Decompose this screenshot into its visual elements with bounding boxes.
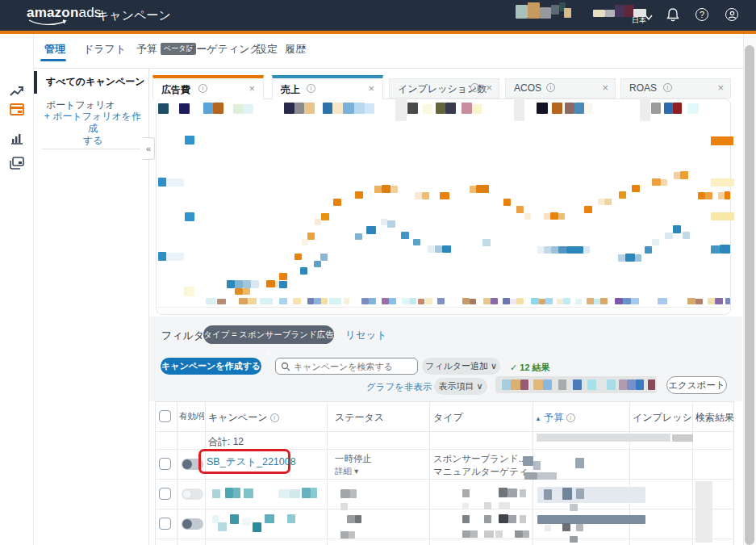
reports-bar-chart-icon[interactable] [10,132,24,145]
sidebar-collapse-button[interactable]: « [143,137,155,160]
tab-drafts[interactable]: ドラフト [83,42,126,57]
row1-status-detail[interactable]: 詳細 ▾ [335,466,358,477]
column-header-toggle[interactable]: 有効/停 [179,411,204,422]
date-range-selector[interactable] [495,376,657,393]
create-portfolio-link[interactable]: + ポートフォリオを作成 する [40,111,145,147]
row1-checkbox[interactable] [159,458,171,470]
metric-label-sales: 売上 [281,83,300,97]
tab-targeting[interactable]: ターゲティング [186,42,261,57]
campaign-info-icon[interactable]: i [270,413,279,422]
export-label: エクスポート [668,380,725,390]
impressions-close-icon[interactable]: × [486,82,492,94]
campaigns-card-icon[interactable] [10,103,24,115]
info-glyph: i [311,85,312,92]
account-icon[interactable] [725,8,738,21]
amazon-ads-logo[interactable]: amazonads [27,5,102,21]
column-header-impressions[interactable]: インプレッション [633,411,692,425]
performance-trend-icon[interactable] [10,86,24,98]
row-separator [155,431,734,432]
toggle-knob [182,489,192,499]
search-icon [281,362,290,371]
acos-close-icon[interactable]: × [602,82,608,94]
filter-chip-type-sponsored-brands[interactable]: タイプ = スポンサーブランド広告 × [203,325,334,344]
help-icon[interactable]: ? [695,8,708,21]
column-header-search-results[interactable]: 検索結果... [695,411,734,425]
close-glyph: × [717,82,724,94]
col-separator [327,401,328,545]
metric-tab-sales[interactable]: 売上 i × [272,75,383,99]
tab-budget[interactable]: 予算 [136,42,157,57]
campaign-search-input[interactable] [275,358,418,375]
metric-tab-ad-spend[interactable]: 広告費 i × [152,75,264,99]
sales-close-icon[interactable]: × [368,82,374,94]
section-tab-bar: 管理 ドラフト 予算 ベータ版 ターゲティング 設定 履歴 [34,34,743,69]
row1-campaign-link[interactable]: SB_テスト_221008 [207,455,296,469]
person-glyph [727,10,737,20]
column-header-status[interactable]: ステータス [335,411,384,425]
info-glyph: i [274,414,275,421]
sidebar-item-all-campaigns[interactable]: すべてのキャンペーン [46,75,145,89]
row3-checkbox[interactable] [159,518,171,530]
metric-label-roas: ROAS [629,82,657,94]
tab-settings[interactable]: 設定 [257,42,278,57]
row1-type-line1: スポンサーブランド... [433,453,526,465]
select-all-checkbox[interactable] [159,410,171,422]
metric-tab-acos[interactable]: ACOS i × [505,78,616,99]
creatives-windows-icon[interactable] [10,157,24,170]
create-campaign-label: キャンペーンを作成する [161,361,261,371]
acos-info-icon[interactable]: i [546,83,555,92]
col-separator [629,401,630,545]
active-item-indicator [34,71,37,94]
notifications-bell-icon[interactable] [666,7,679,23]
info-glyph: i [203,85,204,92]
ad-spend-close-icon[interactable]: × [249,82,255,94]
add-filter-label: フィルター追加 ∨ [425,361,497,371]
row3-enable-toggle[interactable] [182,518,203,530]
toggle-knob [182,519,192,529]
add-filter-dropdown[interactable]: フィルター追加 ∨ [422,358,500,375]
amazon-ads-campaign-manager: amazonads キャンペーン 日本 ? 管理 ドラフト 予算 ベータ版 ター… [0,0,756,545]
budget-info-icon[interactable]: i [566,413,575,422]
column-header-type[interactable]: タイプ [433,411,463,425]
export-button[interactable]: エクスポート [666,376,727,394]
results-count: ✓ 12 結果 [510,362,550,374]
impressions-info-icon[interactable]: i [470,83,479,92]
page-title: キャンペーン [97,8,171,23]
hide-graph-link[interactable]: グラフを非表示 [366,381,432,393]
column-header-campaign[interactable]: キャンペーン i [208,411,279,425]
create-portfolio-line1: + ポートフォリオを作成 [44,111,141,134]
filter-label: フィルタ [161,329,204,343]
active-tab-underline [40,59,66,61]
roas-info-icon[interactable]: i [663,83,672,92]
row1-type-line2: マニュアルターゲティ... [433,466,536,478]
columns-dropdown[interactable]: 表示項目 ∨ [434,378,487,395]
chart-x-axis-line [158,307,729,308]
help-question-glyph: ? [700,10,704,19]
tab-manage[interactable]: 管理 [44,42,65,57]
sidebar-divider [42,149,140,149]
metric-tab-roas[interactable]: ROAS i × [620,78,731,99]
col-separator [429,401,430,545]
tab-history[interactable]: 履歴 [285,42,306,57]
metric-tab-impressions[interactable]: インプレッション数 i × [389,78,499,99]
close-glyph: × [602,82,608,94]
close-glyph: × [368,82,374,94]
left-icon-rail [0,34,34,545]
create-campaign-button[interactable]: キャンペーンを作成する [161,358,261,375]
row-separator [155,539,734,539]
locale-chevron-down-icon[interactable] [645,15,653,21]
close-glyph: × [486,82,492,94]
scrollbar-thumb[interactable] [745,45,754,545]
row2-checkbox[interactable] [159,488,171,500]
row-separator [155,479,734,480]
logo-amazon-text: amazon [27,5,79,20]
top-navigation-bar: amazonads キャンペーン 日本 ? [0,0,756,31]
info-glyph: i [570,414,571,421]
row2-enable-toggle[interactable] [182,488,203,500]
column-header-budget[interactable]: ▲ 予算 i [535,411,575,425]
filter-reset-link[interactable]: リセット [345,329,386,342]
ad-spend-info-icon[interactable]: i [198,84,207,93]
toggle-knob [182,459,192,469]
sales-info-icon[interactable]: i [307,84,315,93]
roas-close-icon[interactable]: × [717,82,724,94]
